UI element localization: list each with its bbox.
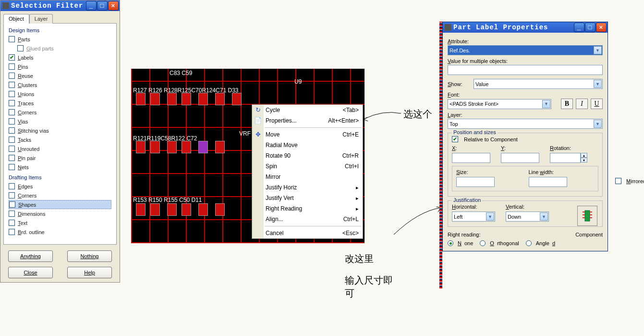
maximize-button[interactable]: □: [585, 23, 595, 32]
attribute-combo[interactable]: Ref.Des. ▼: [448, 45, 603, 55]
context-menu-item[interactable]: Justify Horiz: [252, 182, 363, 193]
design-item[interactable]: Corners: [9, 108, 111, 117]
menu-item-label: Cancel: [266, 230, 342, 236]
design-item[interactable]: Clusters: [9, 80, 111, 89]
minimize-button[interactable]: _: [574, 23, 584, 32]
checkbox[interactable]: [9, 73, 15, 79]
design-item[interactable]: Tacks: [9, 135, 111, 144]
radio-none[interactable]: None: [448, 240, 473, 246]
font-combo[interactable]: <PADS Stroke Font> ▼: [448, 99, 551, 109]
checkbox[interactable]: [9, 192, 15, 199]
context-menu-item[interactable]: Align...Ctrl+L: [252, 214, 363, 224]
drafting-item[interactable]: Corners: [9, 191, 111, 200]
rotation-spinner[interactable]: ▲▼: [581, 153, 587, 162]
checkbox[interactable]: [9, 211, 15, 217]
chevron-down-icon[interactable]: ▼: [594, 46, 602, 54]
horizontal-combo[interactable]: Left▼: [452, 212, 495, 222]
context-menu-item[interactable]: Right Reading: [252, 203, 363, 214]
font-value: <PADS Stroke Font>: [450, 101, 498, 107]
context-menu-item[interactable]: Mirror: [252, 172, 363, 182]
design-item[interactable]: Reuse: [9, 71, 111, 80]
design-item[interactable]: Glued parts: [9, 44, 111, 53]
rotation-input[interactable]: [550, 153, 581, 163]
value-multi-input[interactable]: [448, 65, 603, 75]
close-button[interactable]: ×: [108, 1, 119, 11]
italic-button[interactable]: I: [576, 99, 588, 109]
design-item[interactable]: Nets: [9, 162, 111, 172]
nothing-button[interactable]: Nothing: [67, 250, 112, 262]
layer-combo[interactable]: Top ▼: [448, 119, 603, 129]
checkbox[interactable]: [9, 127, 15, 134]
design-item[interactable]: Traces: [9, 99, 111, 108]
checkbox[interactable]: [9, 229, 15, 235]
drafting-item[interactable]: Text: [9, 218, 111, 227]
checkbox[interactable]: [9, 118, 15, 124]
context-menu-item[interactable]: Rotate 90Ctrl+R: [252, 150, 363, 161]
radio-orthogonal[interactable]: Orthogonal: [480, 240, 519, 246]
chevron-down-icon[interactable]: ▼: [542, 100, 550, 108]
context-menu-item[interactable]: SpinCtrl+I: [252, 161, 363, 172]
design-item[interactable]: Labels: [9, 53, 111, 62]
checkbox[interactable]: [9, 63, 15, 70]
plp-titlebar[interactable]: Part Label Properties _ □ ×: [443, 22, 608, 33]
checkbox[interactable]: [9, 201, 15, 208]
design-item[interactable]: Parts: [9, 35, 111, 44]
context-menu-item[interactable]: 📄Properties...Alt+<Enter>: [252, 115, 363, 126]
drafting-item[interactable]: Brd. outline: [9, 227, 111, 236]
design-item[interactable]: Unions: [9, 89, 111, 99]
checkbox[interactable]: [9, 183, 15, 189]
tab-object[interactable]: Object: [3, 14, 29, 24]
drafting-item[interactable]: Shapes: [9, 200, 111, 209]
show-combo[interactable]: Value ▼: [474, 79, 603, 89]
checkbox[interactable]: [9, 82, 15, 88]
close-button[interactable]: ×: [596, 23, 607, 32]
context-menu-item[interactable]: Radial Move: [252, 140, 363, 150]
checkbox[interactable]: [9, 146, 15, 152]
y-input[interactable]: [501, 153, 539, 163]
checkbox[interactable]: [9, 54, 15, 61]
bold-button[interactable]: B: [561, 99, 573, 109]
context-menu-item[interactable]: Cancel<Esc>: [252, 228, 363, 238]
design-item[interactable]: Vias: [9, 117, 111, 126]
minimize-button[interactable]: _: [86, 1, 97, 11]
checkbox[interactable]: [9, 109, 15, 115]
underline-button[interactable]: U: [591, 99, 603, 109]
drafting-item[interactable]: Dimensions: [9, 209, 111, 218]
checkbox[interactable]: [9, 155, 15, 161]
relative-checkbox[interactable]: [452, 136, 458, 142]
checkbox[interactable]: [9, 91, 15, 97]
design-item[interactable]: Unrouted: [9, 144, 111, 153]
checkbox[interactable]: [9, 137, 15, 143]
menu-item-icon: ✥: [254, 131, 262, 138]
x-input[interactable]: [452, 153, 490, 163]
vertical-combo[interactable]: Down▼: [506, 212, 549, 222]
checkbox[interactable]: [9, 36, 15, 42]
maximize-button[interactable]: □: [97, 1, 108, 11]
checkbox[interactable]: [9, 220, 15, 226]
radio-angled[interactable]: Angled: [526, 240, 555, 246]
mirrored-checkbox[interactable]: [615, 178, 621, 184]
size-input[interactable]: [456, 177, 495, 187]
tab-layer[interactable]: Layer: [29, 14, 53, 24]
design-item[interactable]: Pin pair: [9, 153, 111, 162]
help-button[interactable]: Help: [67, 267, 112, 278]
design-item[interactable]: Pins: [9, 62, 111, 71]
context-menu-item[interactable]: ✥MoveCtrl+E: [252, 129, 363, 140]
component-icon[interactable]: [577, 206, 597, 226]
close-button-bottom[interactable]: Close: [8, 267, 53, 278]
checkbox[interactable]: [9, 100, 15, 106]
chevron-down-icon[interactable]: ▼: [594, 120, 602, 128]
chevron-down-icon[interactable]: ▼: [594, 80, 602, 88]
drafting-item[interactable]: Edges: [9, 182, 111, 191]
design-item[interactable]: Stitching vias: [9, 126, 111, 135]
chevron-down-icon[interactable]: ▼: [540, 212, 548, 221]
checkbox[interactable]: [9, 164, 15, 170]
selection-filter-titlebar[interactable]: Selection Filter _ □ ×: [0, 0, 120, 11]
checkbox[interactable]: [17, 45, 24, 51]
context-menu-item[interactable]: Justify Vert: [252, 193, 363, 203]
linewidth-input[interactable]: [529, 177, 567, 187]
context-menu-item[interactable]: ↻Cycle<Tab>: [252, 105, 363, 115]
anything-button[interactable]: Anything: [8, 250, 53, 262]
chevron-down-icon[interactable]: ▼: [486, 212, 494, 221]
checkbox-label: Shapes: [18, 202, 36, 208]
